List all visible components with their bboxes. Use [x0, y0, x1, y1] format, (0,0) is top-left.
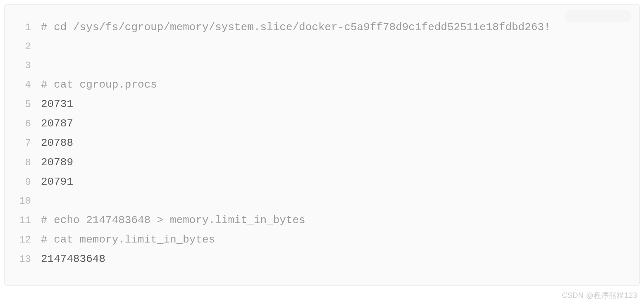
line-number: 12 — [14, 231, 31, 250]
line-number: 3 — [14, 56, 31, 75]
line-number: 4 — [14, 76, 31, 95]
line-content: 20787 — [31, 114, 630, 133]
copy-button[interactable] — [565, 10, 631, 22]
code-line: 2 — [14, 37, 630, 56]
code-block-container: 1 # cd /sys/fs/cgroup/memory/system.slic… — [4, 4, 640, 286]
watermark-text: CSDN @程序熊猫123 — [562, 290, 637, 300]
code-lines: 1 # cd /sys/fs/cgroup/memory/system.slic… — [14, 18, 630, 269]
line-content: 20791 — [31, 172, 630, 191]
code-line: 8 20789 — [14, 153, 630, 172]
line-content: # cat cgroup.procs — [31, 75, 630, 94]
line-number: 11 — [14, 211, 31, 230]
line-number: 9 — [14, 173, 31, 192]
line-number: 5 — [14, 95, 31, 114]
line-content: 2147483648 — [31, 250, 630, 269]
code-line: 13 2147483648 — [14, 250, 630, 269]
code-line: 6 20787 — [14, 114, 630, 133]
line-content: # cd /sys/fs/cgroup/memory/system.slice/… — [31, 18, 630, 37]
code-line: 4 # cat cgroup.procs — [14, 75, 630, 95]
line-number: 10 — [14, 192, 31, 211]
line-number: 6 — [14, 114, 31, 133]
code-line: 12 # cat memory.limit_in_bytes — [14, 230, 630, 250]
line-content: 20789 — [31, 153, 630, 172]
line-number: 2 — [14, 37, 31, 56]
line-number: 1 — [14, 18, 31, 37]
code-line: 3 — [14, 56, 630, 75]
code-line: 1 # cd /sys/fs/cgroup/memory/system.slic… — [14, 18, 630, 37]
code-line: 5 20731 — [14, 95, 630, 114]
code-line: 7 20788 — [14, 133, 630, 153]
line-content: 20731 — [31, 95, 630, 114]
line-content: # cat memory.limit_in_bytes — [31, 230, 630, 249]
line-number: 13 — [14, 250, 31, 269]
line-number: 8 — [14, 153, 31, 172]
line-content: 20788 — [31, 133, 630, 152]
code-line: 10 — [14, 192, 630, 211]
code-line: 9 20791 — [14, 172, 630, 192]
line-number: 7 — [14, 134, 31, 153]
line-content: # echo 2147483648 > memory.limit_in_byte… — [31, 211, 630, 230]
code-line: 11 # echo 2147483648 > memory.limit_in_b… — [14, 211, 630, 230]
